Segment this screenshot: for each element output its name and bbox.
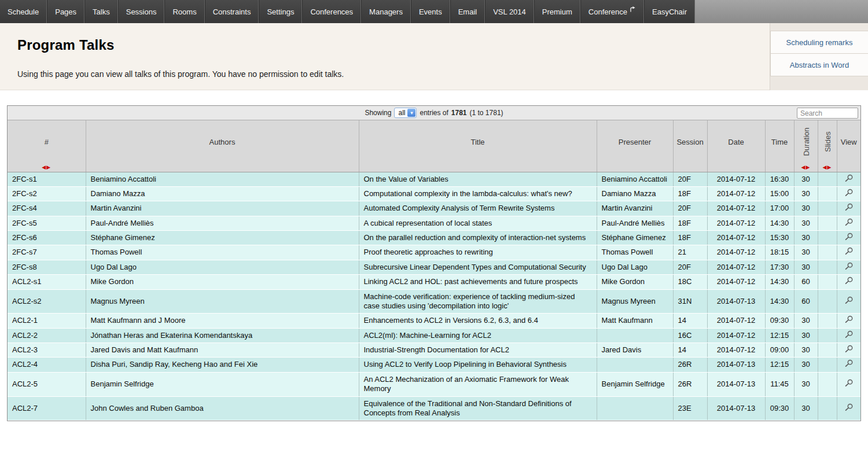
view-talk-button[interactable] <box>844 218 854 226</box>
time-cell: 09:30 <box>765 396 794 421</box>
talk-row: ACL2-3Jared Davis and Matt KaufmannIndus… <box>8 343 860 358</box>
presenter-cell: Jared Davis <box>597 343 673 358</box>
search-input[interactable] <box>797 108 858 119</box>
nav-tab-talks[interactable]: Talks <box>84 0 118 23</box>
nav-tab-label: Rooms <box>172 8 196 16</box>
talk-row: 2FC-s8Ugo Dal LagoSubrecursive Linear De… <box>8 260 860 274</box>
slides-cell <box>818 186 837 201</box>
time-cell: 09:00 <box>765 343 794 358</box>
presenter-cell: Stéphane Gimenez <box>597 231 673 245</box>
nav-tab-events[interactable]: Events <box>411 0 450 23</box>
nav-tab-pages[interactable]: Pages <box>47 0 84 23</box>
view-talk-button[interactable] <box>844 277 854 285</box>
view-cell <box>837 231 860 245</box>
duration-cell: 30 <box>794 216 818 230</box>
table-header-row: # ◀▶ Authors Title Presenter Session Dat… <box>8 120 860 172</box>
title-cell: Machine-code verification: experience of… <box>359 289 597 314</box>
nav-tab-conference[interactable]: Conference <box>580 0 644 23</box>
nav-tab-email[interactable]: Email <box>450 0 486 23</box>
sort-arrows-icon[interactable]: ◀▶ <box>8 164 86 170</box>
duration-cell: 30 <box>794 201 818 216</box>
time-cell: 15:30 <box>765 231 794 245</box>
sort-arrows-icon[interactable]: ◀▶ <box>795 164 818 170</box>
talk-id-cell: ACL2-5 <box>8 372 86 396</box>
title-cell: A cubical representation of local states <box>359 216 597 230</box>
date-cell: 2014-07-12 <box>707 328 765 343</box>
time-cell: 17:30 <box>765 260 794 274</box>
talk-id-cell: ACL2-s2 <box>8 289 86 314</box>
view-talk-button[interactable] <box>844 315 854 323</box>
side-link-abstracts-in-word[interactable]: Abstracts in Word <box>770 53 868 76</box>
talk-row: ACL2-2Jónathan Heras and Ekaterina Komen… <box>8 328 860 343</box>
nav-tab-schedule[interactable]: Schedule <box>0 0 47 23</box>
date-cell: 2014-07-12 <box>707 275 765 289</box>
time-cell: 12:15 <box>765 358 794 372</box>
nav-tab-constraints[interactable]: Constraints <box>205 0 259 23</box>
magnifier-icon <box>844 174 854 182</box>
nav-tab-rooms[interactable]: Rooms <box>164 0 204 23</box>
nav-tab-conferences[interactable]: Conferences <box>302 0 361 23</box>
nav-tab-premium[interactable]: Premium <box>534 0 580 23</box>
presenter-cell: Magnus Myreen <box>597 289 673 314</box>
slides-cell <box>818 231 837 245</box>
date-cell: 2014-07-12 <box>707 172 765 186</box>
duration-cell: 30 <box>794 245 818 260</box>
column-header-presenter: Presenter <box>597 120 673 172</box>
nav-tab-label: Talks <box>93 8 110 16</box>
view-cell <box>837 186 860 201</box>
column-header-slides[interactable]: Slides ◀▶ <box>818 120 837 172</box>
session-cell: 18F <box>673 186 707 201</box>
time-cell: 18:15 <box>765 245 794 260</box>
view-talk-button[interactable] <box>844 403 854 411</box>
title-cell: Automated Complexity Analysis of Term Re… <box>359 201 597 216</box>
nav-tab-label: EasyChair <box>652 8 687 16</box>
presenter-cell: Thomas Powell <box>597 245 673 260</box>
date-cell: 2014-07-12 <box>707 186 765 201</box>
duration-cell: 30 <box>794 372 818 396</box>
view-talk-button[interactable] <box>844 262 854 270</box>
view-talk-button[interactable] <box>844 189 854 197</box>
view-talk-button[interactable] <box>844 174 854 182</box>
column-header-id[interactable]: # ◀▶ <box>8 120 86 172</box>
time-cell: 12:15 <box>765 328 794 343</box>
nav-tab-settings[interactable]: Settings <box>259 0 302 23</box>
view-cell <box>837 172 860 186</box>
view-talk-button[interactable] <box>844 359 854 367</box>
nav-tab-sessions[interactable]: Sessions <box>118 0 165 23</box>
sort-arrows-icon[interactable]: ◀▶ <box>818 164 837 170</box>
authors-cell: John Cowles and Ruben Gamboa <box>86 396 359 421</box>
magnifier-icon <box>844 262 854 270</box>
duration-cell: 30 <box>794 186 818 201</box>
entries-select[interactable]: all <box>394 108 417 118</box>
talk-id-cell: 2FC-s6 <box>8 231 86 245</box>
view-talk-button[interactable] <box>844 247 854 255</box>
view-talk-button[interactable] <box>844 330 854 338</box>
talk-id-cell: ACL2-3 <box>8 343 86 358</box>
switch-conference-arrow-icon <box>630 6 636 13</box>
talk-id-cell: ACL2-2 <box>8 328 86 343</box>
nav-tab-managers[interactable]: Managers <box>361 0 411 23</box>
nav-tab-vsl-2014[interactable]: VSL 2014 <box>485 0 534 23</box>
column-header-time: Time <box>765 120 794 172</box>
slides-cell <box>818 358 837 372</box>
magnifier-icon <box>844 277 854 285</box>
time-cell: 14:30 <box>765 275 794 289</box>
session-cell: 20F <box>673 172 707 186</box>
time-cell: 17:00 <box>765 201 794 216</box>
view-talk-button[interactable] <box>844 379 854 387</box>
side-link-scheduling-remarks[interactable]: Scheduling remarks <box>770 31 868 54</box>
time-cell: 14:30 <box>765 289 794 314</box>
duration-cell: 30 <box>794 314 818 328</box>
time-cell: 15:00 <box>765 186 794 201</box>
column-header-duration[interactable]: Duration ◀▶ <box>794 120 818 172</box>
view-talk-button[interactable] <box>844 345 854 353</box>
nav-tab-label: Premium <box>542 8 572 16</box>
magnifier-icon <box>844 379 854 387</box>
nav-tab-easychair[interactable]: EasyChair <box>644 0 695 23</box>
entries-of-label: entries of <box>420 109 448 117</box>
title-cell: On the parallel reduction and complexity… <box>359 231 597 245</box>
session-cell: 26R <box>673 358 707 372</box>
view-talk-button[interactable] <box>844 296 854 304</box>
view-talk-button[interactable] <box>844 233 854 241</box>
view-talk-button[interactable] <box>844 203 854 211</box>
